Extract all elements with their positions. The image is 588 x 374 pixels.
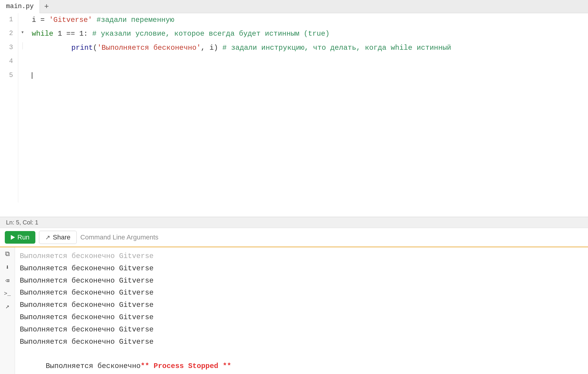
line-number-4: 4 [0, 55, 18, 69]
share-icon: ↗ [45, 234, 50, 241]
line-number-2: 2 [0, 27, 18, 41]
line-indicator-empty [18, 83, 27, 203]
tab-add-button[interactable]: + [40, 0, 53, 13]
clear-icon[interactable]: ⌫ [5, 277, 9, 285]
play-icon [11, 235, 15, 240]
line-indicator-2[interactable]: ▾ [18, 27, 27, 41]
tab-main-py[interactable]: main.py [0, 0, 40, 13]
command-line-args-label: Command Line Arguments [80, 233, 158, 241]
share-button[interactable]: ↗ Share [39, 231, 77, 244]
output-line: Выполняется бесконечно Gitverse [20, 275, 583, 287]
line-indicator-3 [18, 41, 27, 55]
code-token: #задали переменную [92, 16, 174, 24]
line-number-empty [0, 83, 18, 203]
code-line-1: 1 i = 'Gitverse' #задали переменную [0, 13, 588, 27]
code-token: 'Gitverse' [49, 16, 92, 24]
run-button[interactable]: Run [5, 231, 35, 244]
expand-icon[interactable]: ↗ [5, 302, 9, 310]
plus-icon: + [44, 2, 49, 11]
cursor [32, 72, 32, 79]
code-line-3: 3 print('Выполняется бесконечно', i) # з… [0, 41, 588, 55]
terminal-icon[interactable]: >_ [4, 290, 11, 297]
output-text-partial: Выполняется бесконечно [46, 362, 141, 370]
cursor-position: Ln: 5, Col: 1 [6, 219, 38, 226]
line-code-5 [27, 69, 588, 83]
output-lines: Выполняется бесконечно Gitverse Выполняе… [15, 247, 588, 374]
code-token: ) [214, 44, 222, 52]
output-sidebar: ⧉ ⬇ ⌫ >_ ↗ [0, 247, 15, 374]
toolbar: Run ↗ Share Command Line Arguments [0, 228, 588, 247]
output-line: Выполняется бесконечно Gitverse [20, 336, 583, 348]
line-indicator-1 [18, 13, 27, 27]
code-token: print [71, 44, 93, 52]
line-code-1: i = 'Gitverse' #задали переменную [27, 13, 588, 27]
code-line-2: 2 ▾ while 1 == 1: # указали условие, кот… [0, 27, 588, 41]
status-bar: Ln: 5, Col: 1 [0, 217, 588, 228]
line-number-5: 5 [0, 69, 18, 83]
tab-bar: main.py + [0, 0, 588, 13]
output-line-stopped: Выполняется бесконечно** Process Stopped… [20, 348, 583, 374]
code-line-4: 4 [0, 55, 588, 69]
output-line: Выполняется бесконечно Gitverse [20, 299, 583, 311]
code-token: 'Выполняется бесконечно' [97, 44, 201, 52]
copy-icon[interactable]: ⧉ [5, 250, 10, 258]
line-number-1: 1 [0, 13, 18, 27]
code-token: 1 == 1: [53, 30, 92, 38]
line-indicator-4 [18, 55, 27, 69]
line-code-2: while 1 == 1: # указали условие, которое… [27, 27, 588, 41]
output-line: Выполняется бесконечно Gitverse [20, 250, 583, 263]
download-icon[interactable]: ⬇ [5, 263, 9, 272]
output-area: ⧉ ⬇ ⌫ >_ ↗ Выполняется бесконечно Gitver… [0, 247, 588, 374]
line-code-empty [27, 83, 588, 203]
output-line: Выполняется бесконечно Gitverse [20, 263, 583, 275]
code-token: = [36, 16, 49, 24]
code-token: # задали инструкцию, что делать, когда w… [222, 44, 451, 52]
line-number-3: 3 [0, 41, 18, 55]
code-token: i [209, 44, 214, 52]
code-token: while [32, 30, 53, 38]
run-label: Run [17, 233, 29, 241]
code-token: i [32, 16, 36, 24]
line-code-3: print('Выполняется бесконечно', i) # зад… [27, 41, 588, 55]
code-table: 1 i = 'Gitverse' #задали переменную 2 ▾ … [0, 13, 588, 203]
code-token: ( [93, 44, 97, 52]
code-line-5: 5 [0, 69, 588, 83]
share-label: Share [53, 233, 70, 241]
output-line: Выполняется бесконечно Gitverse [20, 287, 583, 299]
output-line: Выполняется бесконечно Gitverse [20, 324, 583, 336]
tab-label: main.py [6, 3, 34, 10]
code-token: , [201, 44, 209, 52]
line-indicator-5 [18, 69, 27, 83]
editor-area[interactable]: 1 i = 'Gitverse' #задали переменную 2 ▾ … [0, 13, 588, 217]
line-code-4 [27, 55, 588, 69]
code-line-empty [0, 83, 588, 203]
code-token: # указали условие, которое всегда будет … [92, 30, 330, 38]
output-line: Выполняется бесконечно Gitverse [20, 311, 583, 324]
process-stopped-badge: ** Process Stopped ** [141, 362, 231, 370]
